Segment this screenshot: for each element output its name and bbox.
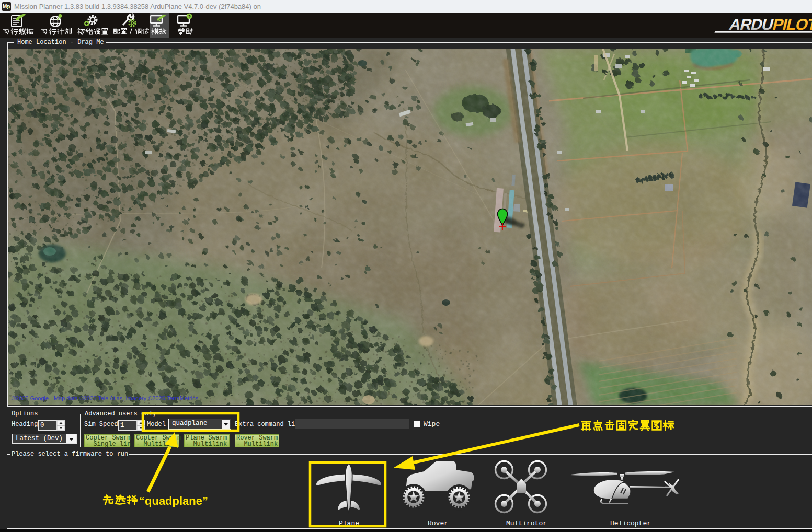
svg-text:“quadplane”: “quadplane” xyxy=(139,494,208,507)
